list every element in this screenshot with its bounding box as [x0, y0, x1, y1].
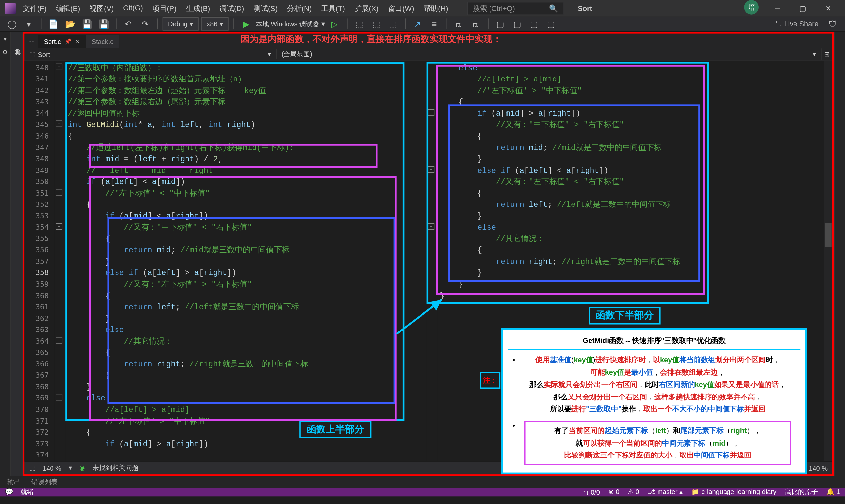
source-control-icon[interactable]: ↑↓ 0/0	[582, 488, 600, 496]
menu-item[interactable]: 项目(P)	[147, 1, 181, 16]
undo-button[interactable]: ↶	[121, 17, 136, 31]
fold-icon[interactable]: −	[428, 109, 434, 116]
bottom-tabs: 输出 错误列表	[0, 476, 845, 487]
tb-icon-4[interactable]: ↗	[410, 17, 425, 31]
config-combo[interactable]: Debug ▾	[163, 17, 199, 31]
menu-item[interactable]: 工具(T)	[317, 1, 350, 16]
open-button[interactable]: 📂	[63, 17, 77, 31]
platform-combo[interactable]: x86 ▾	[201, 17, 229, 31]
menu-item[interactable]: 帮助(H)	[419, 1, 453, 16]
nav-split-icon[interactable]: ⊞	[822, 50, 832, 58]
code-navbar: ⬚ Sort▾ (全局范围)▾ ⊞	[25, 48, 832, 61]
label-upper: 函数上半部分	[299, 421, 371, 438]
tab-stack-c[interactable]: Stack.c	[86, 35, 119, 48]
save-button[interactable]: 💾	[80, 17, 94, 31]
tb-icon-9[interactable]: ▢	[510, 17, 525, 31]
right-margin-strip	[834, 32, 845, 476]
left-code-pane: 3403413423433443453463473483493503513523…	[25, 61, 409, 461]
gear-icon[interactable]: ⚙	[1, 48, 9, 56]
toolbar: ◯ ▾ 📄 📂 💾 💾 ↶ ↷ Debug ▾ x86 ▾ ▶ 本地 Windo…	[0, 17, 845, 32]
dropdown-icon[interactable]: ▾	[1, 34, 9, 42]
pin-icon[interactable]: 📌	[65, 38, 71, 44]
tb-icon-8[interactable]: ▢	[493, 17, 508, 31]
menu-item[interactable]: 测试(S)	[249, 1, 283, 16]
fold-icon[interactable]: −	[56, 337, 63, 344]
nav-scope-combo[interactable]: (全局范围)▾	[277, 49, 822, 60]
menu-item[interactable]: 文件(F)	[18, 1, 52, 16]
titlebar: 文件(F)编辑(E)视图(V)Git(G)项目(P)生成(B)调试(D)测试(S…	[0, 0, 845, 17]
fold-icon[interactable]: −	[428, 223, 434, 230]
warnings-icon[interactable]: ⚠ 0	[628, 488, 639, 496]
tb-icon-7[interactable]: ⎄	[469, 17, 483, 31]
user-avatar[interactable]: 培	[744, 0, 758, 15]
search-input[interactable]: 搜索 (Ctrl+Q) 🔍	[468, 2, 563, 15]
feedback-icon[interactable]: 💬	[5, 488, 13, 496]
menu-item[interactable]: 编辑(E)	[51, 1, 85, 16]
tb-icon-10[interactable]: ▢	[527, 17, 541, 31]
maximize-button[interactable]: ▢	[791, 0, 815, 17]
fold-icon[interactable]: −	[56, 64, 63, 70]
menu-item[interactable]: 窗口(W)	[383, 1, 419, 16]
errors-icon[interactable]: ⊗ 0	[608, 488, 619, 496]
vs-logo-icon	[5, 3, 16, 14]
fold-gutter-right: − − −	[427, 61, 438, 461]
forward-button[interactable]: ▾	[21, 17, 36, 31]
tb-icon-2[interactable]: ⬚	[369, 17, 384, 31]
debug-target-label[interactable]: 本地 Windows 调试器	[256, 19, 319, 29]
issues-status[interactable]: 未找到相关问题	[92, 464, 139, 472]
fold-gutter: − − − − − −	[54, 61, 65, 461]
tb-icon-5[interactable]: ≡	[427, 17, 442, 31]
fold-icon[interactable]: −	[56, 394, 63, 400]
nav-project-combo[interactable]: ⬚ Sort▾	[25, 49, 277, 59]
admin-icon[interactable]: 🛡	[826, 17, 840, 31]
menu-item[interactable]: Git(G)	[119, 1, 147, 16]
menu-item[interactable]: 扩展(X)	[350, 1, 383, 16]
start-debug-button[interactable]: ▶	[239, 17, 253, 31]
back-button[interactable]: ◯	[5, 17, 19, 31]
statusbar: 💬 就绪 ↑↓ 0/0 ⊗ 0 ⚠ 0 ⎇ master ▴ 📁 c-langu…	[0, 487, 845, 497]
info-title: GetMidi函数 -- 快速排序"三数取中"优化函数	[508, 335, 800, 350]
solution-name: Sort	[578, 4, 592, 13]
live-share-button[interactable]: ⮌ Live Share	[770, 17, 823, 31]
start-no-debug-button[interactable]: ▷	[328, 17, 342, 31]
menu-item[interactable]: 生成(B)	[181, 1, 215, 16]
menu-item[interactable]: 视图(V)	[85, 1, 119, 16]
tb-icon-11[interactable]: ▢	[544, 17, 558, 31]
toolbox-tab[interactable]: 工具箱	[11, 32, 23, 476]
save-all-button[interactable]: 💾	[97, 17, 111, 31]
line-gutter: 3403413423433443453463473483493503513523…	[25, 61, 55, 461]
error-list-tab[interactable]: 错误列表	[27, 476, 63, 487]
menu-item[interactable]: 分析(N)	[283, 1, 317, 16]
fold-icon[interactable]: −	[428, 166, 434, 173]
branch-indicator[interactable]: ⎇ master ▴	[648, 488, 683, 496]
minimize-button[interactable]: ─	[766, 0, 790, 17]
scrollbar[interactable]	[824, 61, 832, 461]
close-tab-icon[interactable]: ✕	[75, 38, 80, 44]
fold-icon[interactable]: −	[56, 189, 63, 196]
tb-icon-6[interactable]: ⎄	[452, 17, 466, 31]
output-tab[interactable]: 输出	[2, 476, 25, 487]
redo-button[interactable]: ↷	[138, 17, 153, 31]
line-gutter-right	[409, 61, 427, 461]
notifications-icon[interactable]: 🔔 1	[826, 488, 840, 496]
info-card: 注： GetMidi函数 -- 快速排序"三数取中"优化函数 • 使用基准值(k…	[501, 328, 807, 474]
account-indicator[interactable]: 高比的原子	[785, 487, 818, 497]
zoom-level[interactable]: 140 %	[42, 464, 61, 472]
menu-item[interactable]: 调试(D)	[215, 1, 249, 16]
fold-icon[interactable]: −	[56, 120, 63, 127]
scroll-thumb[interactable]	[825, 223, 832, 247]
search-icon: 🔍	[549, 4, 558, 13]
tb-icon-3[interactable]: ⬚	[386, 17, 400, 31]
close-button[interactable]: ✕	[816, 0, 840, 17]
nav-dropdown-icon[interactable]: ⬚	[25, 40, 38, 48]
tb-icon-1[interactable]: ⬚	[352, 17, 367, 31]
ready-status: 就绪	[20, 487, 34, 497]
tab-sort-c[interactable]: Sort.c 📌 ✕	[38, 35, 86, 48]
new-button[interactable]: 📄	[46, 17, 61, 31]
code-text-left[interactable]: //三数取中（内部函数）：//第一个参数：接收要排序的数组首元素地址（a）//第…	[65, 61, 409, 461]
repo-indicator[interactable]: 📁 c-language-learning-diary	[691, 488, 776, 496]
zoom-right: 140 %	[809, 464, 828, 472]
note-label: 注：	[480, 372, 500, 389]
fold-icon[interactable]: −	[56, 223, 63, 230]
label-lower: 函数下半部分	[588, 307, 661, 325]
